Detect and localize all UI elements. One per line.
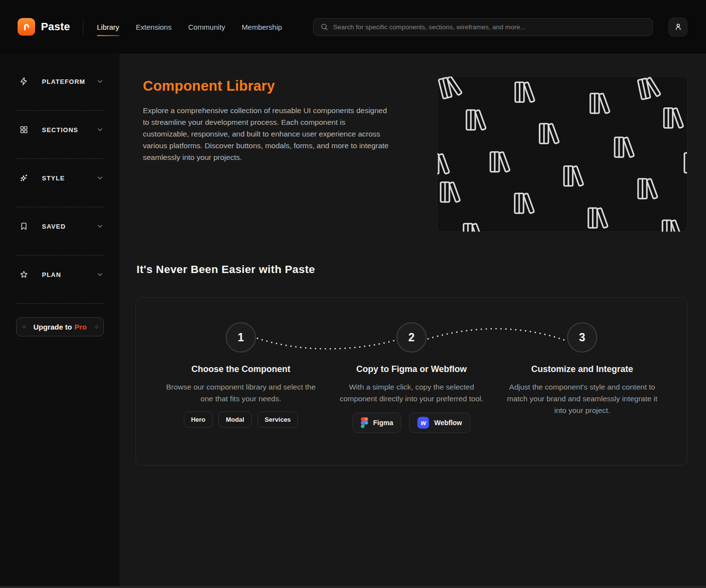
upgrade-label: Upgrade to <box>33 323 72 331</box>
sidebar-label: SAVED <box>42 223 66 230</box>
section-title: It's Never Been Easier with Paste <box>137 263 687 276</box>
step-2-number: 2 <box>396 322 427 353</box>
nav-link-community[interactable]: Community <box>188 19 225 35</box>
page-description: Explore a comprehensive collection of re… <box>143 105 391 163</box>
figma-icon <box>361 417 368 428</box>
tag-modal[interactable]: Modal <box>218 412 252 428</box>
step-1: 1 Choose the Component Browse our compon… <box>160 322 321 465</box>
sparkles-icon <box>20 174 29 182</box>
step-3-number: 3 <box>567 322 597 353</box>
sidebar-label: PLAN <box>42 271 61 278</box>
chevron-down-icon <box>96 78 104 85</box>
sidebar-item-plateform[interactable]: PLATEFORM <box>0 62 119 89</box>
brand-name: Paste <box>41 20 70 33</box>
tag-services[interactable]: Services <box>257 412 298 428</box>
search-icon <box>320 23 328 31</box>
star-icon <box>20 270 29 279</box>
zap-icon <box>20 77 29 86</box>
component-tags: Hero Modal Services <box>184 412 298 428</box>
search-bar[interactable] <box>313 18 653 36</box>
user-account-button[interactable] <box>668 18 687 37</box>
sidebar: PLATEFORM SECTIONS STYLE <box>0 54 119 586</box>
sidebar-label: SECTIONS <box>42 126 78 134</box>
corner-dots-decoration: ⁘ <box>21 323 26 331</box>
webflow-button[interactable]: w Webflow <box>409 412 470 433</box>
step-3: 3 Customize and Integrate Adjust the com… <box>502 322 663 465</box>
top-nav: Paste Library Extensions Community Membe… <box>0 0 706 54</box>
pro-label: Pro <box>75 323 87 331</box>
main-content: Component Library Explore a comprehensiv… <box>119 54 706 466</box>
figma-label: Figma <box>373 419 393 427</box>
nav-link-library[interactable]: Library <box>97 19 119 35</box>
sidebar-label: PLATEFORM <box>42 78 85 85</box>
step-2-description: With a simple click, copy the selected c… <box>335 381 488 405</box>
layout-grid-icon <box>20 125 29 134</box>
brand-logo[interactable]: Paste <box>18 18 70 36</box>
step-1-number: 1 <box>226 322 256 353</box>
sidebar-item-plan[interactable]: PLAN <box>0 255 119 282</box>
chevron-down-icon <box>96 126 104 134</box>
window-bottom-edge <box>0 586 706 588</box>
library-pattern-image <box>437 76 687 232</box>
how-it-works-card: 1 Choose the Component Browse our compon… <box>136 297 687 466</box>
step-2: 2 Copy to Figma or Webflow With a simple… <box>331 322 492 465</box>
bookmark-icon <box>20 222 29 231</box>
hero-section: Component Library Explore a comprehensiv… <box>136 76 687 232</box>
figma-button[interactable]: Figma <box>353 412 401 433</box>
chevron-down-icon <box>96 271 104 278</box>
sidebar-divider <box>16 303 104 304</box>
chevron-down-icon <box>96 222 104 230</box>
step-2-title: Copy to Figma or Webflow <box>356 364 467 374</box>
chevron-down-icon <box>96 174 104 182</box>
nav-divider <box>83 19 83 35</box>
step-1-title: Choose the Component <box>192 364 291 374</box>
webflow-icon: w <box>417 417 429 429</box>
tag-hero[interactable]: Hero <box>184 412 213 428</box>
corner-dots-decoration: ⁘ <box>94 323 98 331</box>
webflow-label: Webflow <box>434 419 462 427</box>
search-input[interactable] <box>333 23 646 31</box>
nav-link-membership[interactable]: Membership <box>242 19 282 35</box>
sidebar-item-style[interactable]: STYLE <box>0 159 119 185</box>
sidebar-item-sections[interactable]: SECTIONS <box>0 111 119 137</box>
hero-text: Component Library Explore a comprehensiv… <box>136 76 409 232</box>
page-title: Component Library <box>143 78 409 94</box>
paste-logo-icon <box>18 18 35 36</box>
step-3-description: Adjust the component's style and content… <box>506 381 658 416</box>
nav-link-extensions[interactable]: Extensions <box>136 19 172 35</box>
upgrade-to-pro-button[interactable]: ⁘ Upgrade to Pro ⁘ <box>16 317 104 336</box>
sidebar-label: STYLE <box>42 175 65 182</box>
step-1-description: Browse our component library and select … <box>165 381 317 405</box>
main-nav: Library Extensions Community Membership <box>97 19 282 35</box>
sidebar-item-saved[interactable]: SAVED <box>0 207 119 234</box>
step-3-title: Customize and Integrate <box>531 364 633 374</box>
user-icon <box>674 22 683 31</box>
tool-buttons: Figma w Webflow <box>353 412 471 433</box>
